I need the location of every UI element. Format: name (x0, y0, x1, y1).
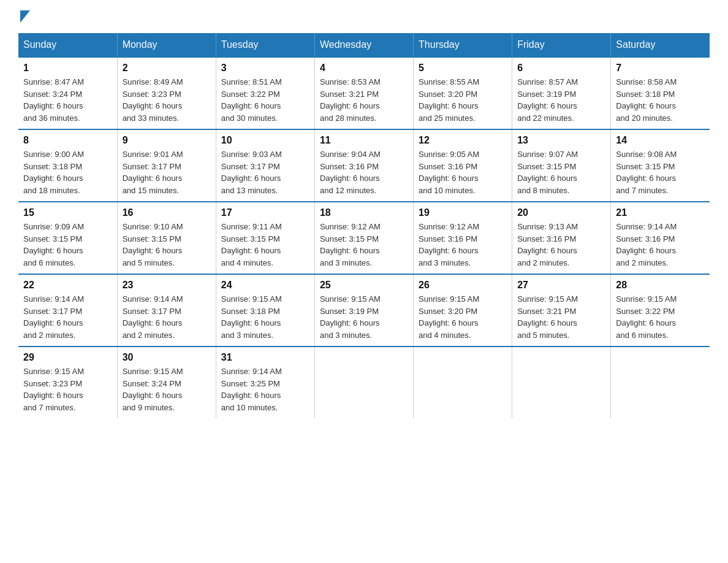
day-number: 20 (517, 207, 605, 218)
day-info: Sunrise: 9:08 AM Sunset: 3:15 PM Dayligh… (616, 148, 705, 196)
calendar-cell: 26 Sunrise: 9:15 AM Sunset: 3:20 PM Dayl… (414, 274, 512, 347)
day-info: Sunrise: 9:14 AM Sunset: 3:25 PM Dayligh… (221, 366, 309, 413)
day-info: Sunrise: 9:15 AM Sunset: 3:23 PM Dayligh… (23, 366, 112, 413)
day-number: 31 (221, 352, 309, 363)
day-number: 10 (221, 135, 309, 146)
calendar-cell: 2 Sunrise: 8:49 AM Sunset: 3:23 PM Dayli… (117, 57, 216, 129)
day-number: 15 (23, 207, 112, 218)
day-info: Sunrise: 9:13 AM Sunset: 3:16 PM Dayligh… (517, 221, 605, 269)
col-friday: Friday (512, 33, 611, 57)
day-info: Sunrise: 9:11 AM Sunset: 3:15 PM Dayligh… (221, 221, 309, 269)
col-tuesday: Tuesday (216, 33, 314, 57)
day-number: 2 (123, 63, 211, 74)
day-info: Sunrise: 9:15 AM Sunset: 3:20 PM Dayligh… (419, 293, 507, 341)
calendar-cell: 19 Sunrise: 9:12 AM Sunset: 3:16 PM Dayl… (414, 202, 512, 274)
day-info: Sunrise: 9:12 AM Sunset: 3:15 PM Dayligh… (320, 221, 408, 269)
day-info: Sunrise: 9:15 AM Sunset: 3:22 PM Dayligh… (616, 293, 705, 341)
calendar-cell: 6 Sunrise: 8:57 AM Sunset: 3:19 PM Dayli… (512, 57, 611, 129)
calendar-cell: 30 Sunrise: 9:15 AM Sunset: 3:24 PM Dayl… (117, 347, 216, 418)
col-wednesday: Wednesday (314, 33, 413, 57)
day-number: 3 (221, 63, 309, 74)
day-number: 14 (616, 135, 705, 146)
calendar-cell: 20 Sunrise: 9:13 AM Sunset: 3:16 PM Dayl… (512, 202, 611, 274)
calendar-cell: 14 Sunrise: 9:08 AM Sunset: 3:15 PM Dayl… (611, 129, 710, 202)
logo (18, 12, 30, 21)
day-info: Sunrise: 9:07 AM Sunset: 3:15 PM Dayligh… (517, 148, 605, 196)
col-monday: Monday (117, 33, 216, 57)
day-number: 27 (517, 280, 605, 291)
week-row-3: 15 Sunrise: 9:09 AM Sunset: 3:15 PM Dayl… (18, 202, 710, 274)
day-info: Sunrise: 9:15 AM Sunset: 3:24 PM Dayligh… (123, 366, 211, 413)
day-number: 4 (320, 63, 408, 74)
calendar-body: 1 Sunrise: 8:47 AM Sunset: 3:24 PM Dayli… (18, 57, 710, 418)
day-info: Sunrise: 9:14 AM Sunset: 3:16 PM Dayligh… (616, 221, 705, 269)
day-number: 9 (123, 135, 211, 146)
calendar-cell: 13 Sunrise: 9:07 AM Sunset: 3:15 PM Dayl… (512, 129, 611, 202)
col-thursday: Thursday (414, 33, 512, 57)
calendar-cell: 31 Sunrise: 9:14 AM Sunset: 3:25 PM Dayl… (216, 347, 314, 418)
day-info: Sunrise: 8:51 AM Sunset: 3:22 PM Dayligh… (221, 76, 309, 124)
day-info: Sunrise: 9:14 AM Sunset: 3:17 PM Dayligh… (23, 293, 112, 341)
day-info: Sunrise: 9:12 AM Sunset: 3:16 PM Dayligh… (419, 221, 507, 269)
day-number: 26 (419, 280, 507, 291)
day-number: 23 (123, 280, 211, 291)
col-sunday: Sunday (18, 33, 117, 57)
calendar-cell: 25 Sunrise: 9:15 AM Sunset: 3:19 PM Dayl… (314, 274, 413, 347)
calendar-cell: 17 Sunrise: 9:11 AM Sunset: 3:15 PM Dayl… (216, 202, 314, 274)
day-number: 18 (320, 207, 408, 218)
day-number: 30 (123, 352, 211, 363)
day-info: Sunrise: 9:05 AM Sunset: 3:16 PM Dayligh… (419, 148, 507, 196)
day-info: Sunrise: 9:10 AM Sunset: 3:15 PM Dayligh… (123, 221, 211, 269)
day-number: 24 (221, 280, 309, 291)
day-info: Sunrise: 9:15 AM Sunset: 3:18 PM Dayligh… (221, 293, 309, 341)
day-info: Sunrise: 8:53 AM Sunset: 3:21 PM Dayligh… (320, 76, 408, 124)
day-info: Sunrise: 9:00 AM Sunset: 3:18 PM Dayligh… (23, 148, 112, 196)
week-row-4: 22 Sunrise: 9:14 AM Sunset: 3:17 PM Dayl… (18, 274, 710, 347)
day-number: 1 (23, 63, 112, 74)
week-row-5: 29 Sunrise: 9:15 AM Sunset: 3:23 PM Dayl… (18, 347, 710, 418)
day-info: Sunrise: 8:55 AM Sunset: 3:20 PM Dayligh… (419, 76, 507, 124)
calendar-cell: 18 Sunrise: 9:12 AM Sunset: 3:15 PM Dayl… (314, 202, 413, 274)
day-info: Sunrise: 8:58 AM Sunset: 3:18 PM Dayligh… (616, 76, 705, 124)
day-info: Sunrise: 9:01 AM Sunset: 3:17 PM Dayligh… (123, 148, 211, 196)
day-number: 6 (517, 63, 605, 74)
logo-triangle-icon (20, 10, 30, 23)
day-info: Sunrise: 8:49 AM Sunset: 3:23 PM Dayligh… (123, 76, 211, 124)
calendar-cell: 3 Sunrise: 8:51 AM Sunset: 3:22 PM Dayli… (216, 57, 314, 129)
calendar-cell (512, 347, 611, 418)
calendar-table: Sunday Monday Tuesday Wednesday Thursday… (18, 33, 710, 418)
calendar-cell: 8 Sunrise: 9:00 AM Sunset: 3:18 PM Dayli… (18, 129, 117, 202)
day-number: 25 (320, 280, 408, 291)
day-info: Sunrise: 8:57 AM Sunset: 3:19 PM Dayligh… (517, 76, 605, 124)
day-number: 7 (616, 63, 705, 74)
day-number: 28 (616, 280, 705, 291)
calendar-cell: 21 Sunrise: 9:14 AM Sunset: 3:16 PM Dayl… (611, 202, 710, 274)
day-number: 13 (517, 135, 605, 146)
day-number: 21 (616, 207, 705, 218)
day-info: Sunrise: 8:47 AM Sunset: 3:24 PM Dayligh… (23, 76, 112, 124)
day-number: 16 (123, 207, 211, 218)
day-info: Sunrise: 9:15 AM Sunset: 3:21 PM Dayligh… (517, 293, 605, 341)
day-number: 8 (23, 135, 112, 146)
week-row-1: 1 Sunrise: 8:47 AM Sunset: 3:24 PM Dayli… (18, 57, 710, 129)
day-info: Sunrise: 9:03 AM Sunset: 3:17 PM Dayligh… (221, 148, 309, 196)
day-number: 19 (419, 207, 507, 218)
calendar-header: Sunday Monday Tuesday Wednesday Thursday… (18, 33, 710, 57)
calendar-cell: 7 Sunrise: 8:58 AM Sunset: 3:18 PM Dayli… (611, 57, 710, 129)
calendar-cell: 15 Sunrise: 9:09 AM Sunset: 3:15 PM Dayl… (18, 202, 117, 274)
calendar-cell: 11 Sunrise: 9:04 AM Sunset: 3:16 PM Dayl… (314, 129, 413, 202)
col-saturday: Saturday (611, 33, 710, 57)
calendar-cell: 22 Sunrise: 9:14 AM Sunset: 3:17 PM Dayl… (18, 274, 117, 347)
day-info: Sunrise: 9:09 AM Sunset: 3:15 PM Dayligh… (23, 221, 112, 269)
calendar-cell: 4 Sunrise: 8:53 AM Sunset: 3:21 PM Dayli… (314, 57, 413, 129)
day-number: 5 (419, 63, 507, 74)
calendar-cell: 9 Sunrise: 9:01 AM Sunset: 3:17 PM Dayli… (117, 129, 216, 202)
day-number: 11 (320, 135, 408, 146)
calendar-cell (611, 347, 710, 418)
week-row-2: 8 Sunrise: 9:00 AM Sunset: 3:18 PM Dayli… (18, 129, 710, 202)
calendar-cell: 16 Sunrise: 9:10 AM Sunset: 3:15 PM Dayl… (117, 202, 216, 274)
calendar-cell: 12 Sunrise: 9:05 AM Sunset: 3:16 PM Dayl… (414, 129, 512, 202)
calendar-cell: 28 Sunrise: 9:15 AM Sunset: 3:22 PM Dayl… (611, 274, 710, 347)
day-info: Sunrise: 9:04 AM Sunset: 3:16 PM Dayligh… (320, 148, 408, 196)
calendar-cell (414, 347, 512, 418)
